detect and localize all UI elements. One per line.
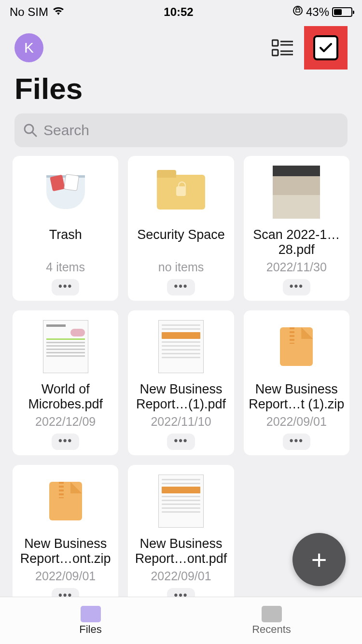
file-card[interactable]: Security Spaceno items••• bbox=[128, 156, 234, 301]
more-options-button[interactable]: ••• bbox=[283, 279, 310, 295]
file-thumbnail bbox=[16, 473, 114, 530]
battery-icon bbox=[332, 7, 352, 17]
file-card[interactable]: Scan 2022-1…28.pdf2022/11/30••• bbox=[244, 156, 349, 301]
select-mode-highlight bbox=[304, 26, 348, 70]
file-card[interactable]: New Business Report…ont.zip2022/09/01••• bbox=[13, 465, 118, 610]
file-subtitle: 2022/09/01 bbox=[266, 415, 327, 429]
file-thumbnail bbox=[16, 318, 114, 375]
file-subtitle: 2022/12/09 bbox=[35, 415, 96, 429]
clock: 10:52 bbox=[164, 5, 193, 19]
file-title: World of Microbes.pdf bbox=[16, 382, 114, 412]
battery-fill bbox=[334, 9, 342, 15]
file-card[interactable]: World of Microbes.pdf2022/12/09••• bbox=[13, 310, 118, 455]
status-bar: No SIM 10:52 43% bbox=[0, 0, 362, 21]
search-bar[interactable] bbox=[14, 113, 348, 147]
file-card[interactable]: Trash4 items••• bbox=[13, 156, 118, 301]
tab-recents-label: Recents bbox=[252, 623, 291, 636]
select-mode-button[interactable] bbox=[313, 35, 338, 60]
tab-files[interactable]: Files bbox=[0, 597, 181, 644]
file-subtitle: 2022/09/01 bbox=[151, 569, 211, 583]
battery-percent: 43% bbox=[306, 5, 329, 19]
file-subtitle: no items bbox=[158, 260, 204, 274]
orientation-lock-icon bbox=[292, 5, 303, 19]
folder-icon bbox=[81, 606, 101, 622]
sim-status: No SIM bbox=[10, 5, 48, 19]
file-card[interactable]: New Business Report…(1).pdf2022/11/10••• bbox=[128, 310, 234, 455]
checkmark-icon bbox=[319, 42, 333, 53]
file-thumbnail bbox=[248, 318, 346, 375]
file-title: New Business Report…(1).pdf bbox=[132, 382, 230, 412]
tab-files-label: Files bbox=[79, 623, 101, 636]
svg-rect-4 bbox=[272, 50, 278, 56]
file-subtitle: 2022/11/10 bbox=[151, 415, 211, 429]
more-options-button[interactable]: ••• bbox=[52, 434, 79, 450]
file-thumbnail bbox=[132, 164, 230, 221]
clock-icon bbox=[262, 606, 282, 622]
more-options-button[interactable]: ••• bbox=[52, 279, 79, 295]
svg-line-8 bbox=[32, 132, 36, 136]
page-title: Files bbox=[0, 70, 362, 112]
add-button[interactable]: + bbox=[292, 533, 346, 586]
file-title: Security Space bbox=[137, 227, 225, 257]
file-thumbnail bbox=[248, 164, 346, 221]
plus-icon: + bbox=[311, 544, 327, 575]
avatar-letter: K bbox=[24, 40, 34, 56]
file-card[interactable]: New Business Report…ont.pdf2022/09/01••• bbox=[128, 465, 234, 610]
file-card[interactable]: New Business Report…t (1).zip2022/09/01•… bbox=[244, 310, 349, 455]
file-thumbnail bbox=[132, 318, 230, 375]
file-thumbnail bbox=[132, 473, 230, 530]
tab-recents[interactable]: Recents bbox=[181, 597, 362, 644]
file-title: New Business Report…ont.pdf bbox=[132, 536, 230, 566]
file-subtitle: 4 items bbox=[46, 260, 85, 274]
file-title: Trash bbox=[49, 227, 82, 257]
header: K bbox=[0, 21, 362, 70]
search-input[interactable] bbox=[43, 122, 339, 139]
more-options-button[interactable]: ••• bbox=[167, 279, 195, 295]
list-view-button[interactable] bbox=[271, 36, 294, 59]
file-title: New Business Report…t (1).zip bbox=[248, 382, 346, 412]
file-title: Scan 2022-1…28.pdf bbox=[248, 227, 346, 257]
more-options-button[interactable]: ••• bbox=[283, 434, 310, 450]
file-subtitle: 2022/11/30 bbox=[266, 260, 327, 274]
file-thumbnail bbox=[16, 164, 114, 221]
list-icon bbox=[272, 39, 294, 56]
file-subtitle: 2022/09/01 bbox=[35, 569, 96, 583]
more-options-button[interactable]: ••• bbox=[167, 434, 195, 450]
svg-rect-1 bbox=[272, 40, 278, 46]
wifi-icon bbox=[52, 5, 65, 19]
tab-bar: Files Recents bbox=[0, 597, 362, 644]
file-title: New Business Report…ont.zip bbox=[16, 536, 114, 566]
avatar[interactable]: K bbox=[14, 33, 43, 62]
search-icon bbox=[23, 123, 38, 138]
